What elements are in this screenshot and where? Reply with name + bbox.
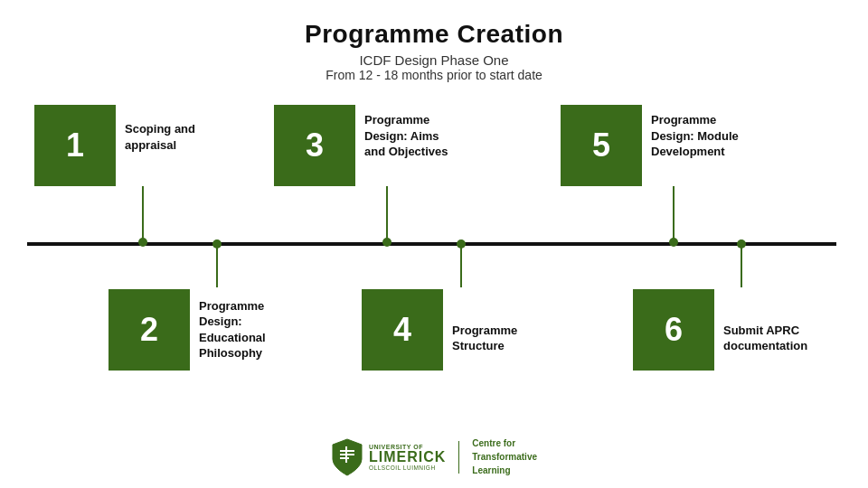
university-logo: UNIVERSITY OF LIMERICK OLLSCOIL LUIMNIGH xyxy=(331,437,446,477)
svg-rect-2 xyxy=(340,457,349,459)
step-2-dot xyxy=(212,239,222,249)
step-5: 5 Programme Design: Module Development xyxy=(561,105,787,242)
step-6-number: 6 xyxy=(665,311,683,349)
step-4-number: 4 xyxy=(393,311,411,349)
step-6-connector xyxy=(741,244,742,287)
step-4-dot xyxy=(457,239,466,249)
step-6-label: Submit APRC documentation xyxy=(723,323,807,354)
footer: UNIVERSITY OF LIMERICK OLLSCOIL LUIMNIGH… xyxy=(331,436,537,477)
timeline: 1 Scoping and appraisal 2 Programme Desi… xyxy=(0,98,868,387)
step-4: 4 Programme Structure xyxy=(362,244,561,371)
step-2: 2 Programme Design: Educational Philosop… xyxy=(108,244,326,371)
subtitle1: ICDF Design Phase One xyxy=(0,52,868,68)
step-3: 3 Programme Design: Aims and Objectives xyxy=(274,105,500,242)
step-6-dot xyxy=(737,239,746,249)
ctl-label: Centre for Transformative Learning xyxy=(472,436,537,477)
step-3-connector xyxy=(386,186,388,242)
step-5-box: 5 xyxy=(561,105,642,186)
step-2-connector xyxy=(216,244,218,287)
step-5-connector xyxy=(673,186,675,242)
subtitle2: From 12 - 18 months prior to start date xyxy=(0,68,868,82)
step-6: 6 Submit APRC documentation xyxy=(633,244,850,371)
logo-divider xyxy=(458,441,459,474)
step-1: 1 Scoping and appraisal xyxy=(34,105,251,242)
page-title: Programme Creation xyxy=(0,20,868,49)
svg-rect-3 xyxy=(345,446,347,463)
step-2-number: 2 xyxy=(140,311,158,349)
step-1-number: 1 xyxy=(66,127,84,164)
shield-icon xyxy=(331,437,363,477)
step-2-label: Programme Design: Educational Philosophy xyxy=(199,298,266,361)
step-2-box: 2 xyxy=(108,289,190,371)
step-4-box: 4 xyxy=(362,289,443,371)
step-1-connector xyxy=(142,186,144,242)
limerick-label: LIMERICK xyxy=(369,450,446,465)
step-5-label: Programme Design: Module Development xyxy=(651,112,739,160)
step-6-box: 6 xyxy=(633,289,714,371)
step-1-box: 1 xyxy=(34,105,116,186)
step-5-number: 5 xyxy=(592,127,610,164)
university-text: UNIVERSITY OF LIMERICK OLLSCOIL LUIMNIGH xyxy=(369,444,446,471)
ollscoil-label: OLLSCOIL LUIMNIGH xyxy=(369,465,446,471)
step-4-label: Programme Structure xyxy=(452,323,517,354)
step-3-box: 3 xyxy=(274,105,355,186)
step-4-connector xyxy=(460,244,462,287)
page: Programme Creation ICDF Design Phase One… xyxy=(0,0,868,488)
step-3-label: Programme Design: Aims and Objectives xyxy=(364,112,448,160)
step-1-label: Scoping and appraisal xyxy=(125,121,195,153)
step-3-number: 3 xyxy=(306,127,324,164)
header: Programme Creation ICDF Design Phase One… xyxy=(0,0,868,82)
